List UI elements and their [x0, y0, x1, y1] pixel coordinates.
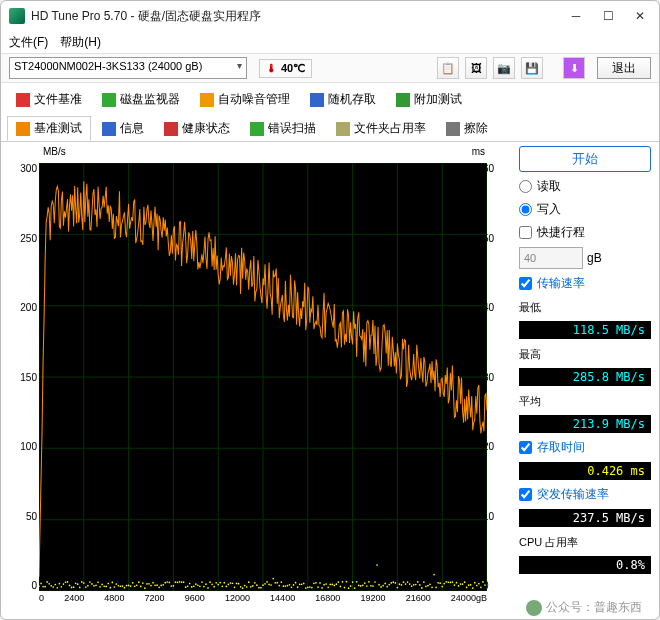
svg-point-231: [472, 587, 474, 589]
svg-point-59: [122, 585, 124, 587]
tab-附加测试[interactable]: 附加测试: [387, 87, 471, 112]
tab-文件夹占用率[interactable]: 文件夹占用率: [327, 116, 435, 141]
svg-point-114: [234, 586, 236, 588]
svg-point-230: [470, 584, 472, 586]
svg-point-116: [238, 583, 240, 585]
svg-point-38: [79, 587, 81, 589]
svg-point-177: [362, 584, 364, 586]
benchmark-chart: [39, 163, 487, 591]
svg-point-196: [401, 584, 403, 586]
svg-point-163: [333, 585, 335, 587]
tab-信息[interactable]: 信息: [93, 116, 153, 141]
exit-button[interactable]: 退出: [597, 57, 651, 79]
tab-擦除[interactable]: 擦除: [437, 116, 497, 141]
svg-point-124: [254, 582, 256, 584]
copy-screenshot-button[interactable]: 🖼: [465, 57, 487, 79]
svg-point-179: [366, 585, 368, 587]
max-value: 285.8 MB/s: [519, 368, 651, 386]
menu-help[interactable]: 帮助(H): [60, 34, 101, 51]
svg-point-160: [327, 586, 329, 588]
read-radio[interactable]: 读取: [519, 178, 651, 195]
svg-point-170: [348, 587, 350, 589]
access-time-value: 0.426 ms: [519, 462, 651, 480]
write-radio[interactable]: 写入: [519, 201, 651, 218]
tab-随机存取[interactable]: 随机存取: [301, 87, 385, 112]
tab-文件基准[interactable]: 文件基准: [7, 87, 91, 112]
tab-icon: [16, 93, 30, 107]
svg-point-54: [111, 582, 113, 584]
svg-point-113: [232, 582, 234, 584]
svg-point-156: [319, 582, 321, 584]
max-label: 最高: [519, 347, 651, 362]
svg-point-30: [63, 583, 65, 585]
svg-point-213: [435, 587, 437, 589]
svg-point-190: [388, 584, 390, 586]
svg-point-27: [57, 587, 59, 589]
svg-point-195: [399, 583, 401, 585]
svg-point-41: [85, 586, 87, 588]
svg-point-37: [77, 583, 79, 585]
tab-自动噪音管理[interactable]: 自动噪音管理: [191, 87, 299, 112]
svg-point-189: [386, 586, 388, 588]
svg-point-90: [185, 586, 187, 588]
minimize-button[interactable]: ─: [569, 9, 583, 23]
svg-point-46: [95, 584, 97, 586]
options-button[interactable]: ⬇: [563, 57, 585, 79]
maximize-button[interactable]: ☐: [601, 9, 615, 23]
svg-point-208: [425, 586, 427, 588]
menu-file[interactable]: 文件(F): [9, 34, 48, 51]
save-button[interactable]: 💾: [521, 57, 543, 79]
save-screenshot-button[interactable]: 📷: [493, 57, 515, 79]
svg-point-69: [142, 582, 144, 584]
start-button[interactable]: 开始: [519, 146, 651, 172]
short-stroke-value[interactable]: [519, 247, 583, 269]
tab-磁盘监视器[interactable]: 磁盘监视器: [93, 87, 189, 112]
svg-point-102: [209, 581, 211, 583]
svg-point-184: [376, 564, 378, 566]
drive-selector[interactable]: ST24000NM002H-3KS133 (24000 gB): [9, 57, 247, 79]
tab-基准测试[interactable]: 基准测试: [7, 116, 91, 141]
svg-point-155: [317, 586, 319, 588]
burst-rate-checkbox[interactable]: 突发传输速率: [519, 486, 651, 503]
svg-point-130: [266, 581, 268, 583]
svg-point-34: [71, 587, 73, 589]
svg-point-164: [335, 583, 337, 585]
tab-icon: [336, 122, 350, 136]
svg-point-83: [171, 585, 173, 587]
copy-info-button[interactable]: 📋: [437, 57, 459, 79]
svg-point-147: [301, 583, 303, 585]
svg-point-202: [413, 584, 415, 586]
svg-point-86: [177, 581, 179, 583]
svg-point-219: [447, 581, 449, 583]
svg-point-115: [236, 583, 238, 585]
y-axis-right: 6050403020100: [483, 163, 511, 591]
svg-point-53: [109, 587, 111, 589]
tab-健康状态[interactable]: 健康状态: [155, 116, 239, 141]
access-time-checkbox[interactable]: 存取时间: [519, 439, 651, 456]
tab-icon: [310, 93, 324, 107]
svg-point-199: [407, 581, 409, 583]
svg-point-129: [264, 583, 266, 585]
svg-point-153: [313, 582, 315, 584]
close-button[interactable]: ✕: [633, 9, 647, 23]
svg-point-48: [99, 586, 101, 588]
tab-错误扫描[interactable]: 错误扫描: [241, 116, 325, 141]
svg-point-232: [474, 582, 476, 584]
svg-point-206: [421, 587, 423, 589]
transfer-rate-checkbox[interactable]: 传输速率: [519, 275, 651, 292]
svg-point-82: [169, 582, 171, 584]
svg-point-145: [297, 586, 299, 588]
svg-point-234: [478, 583, 480, 585]
short-stroke-checkbox[interactable]: 快捷行程: [519, 224, 651, 241]
svg-point-72: [148, 583, 150, 585]
svg-point-118: [242, 587, 244, 589]
svg-point-194: [397, 587, 399, 589]
window-title: HD Tune Pro 5.70 - 硬盘/固态硬盘实用程序: [31, 8, 569, 25]
svg-point-106: [217, 584, 219, 586]
avg-label: 平均: [519, 394, 651, 409]
svg-point-166: [340, 586, 342, 588]
svg-point-211: [431, 586, 433, 588]
tab-icon: [250, 122, 264, 136]
svg-point-26: [54, 584, 56, 586]
svg-point-77: [158, 586, 160, 588]
